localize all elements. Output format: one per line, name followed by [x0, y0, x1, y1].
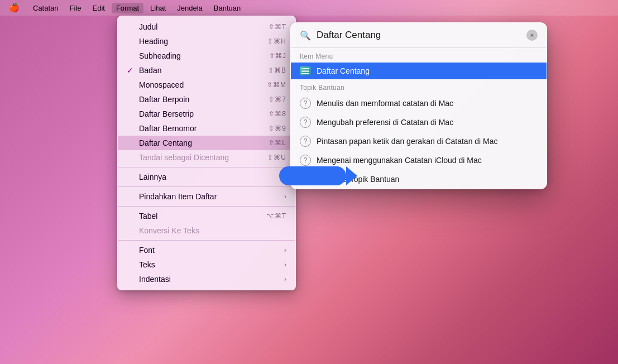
- menu-item-pindahkan-label: Pindahkan Item Daftar: [139, 192, 217, 201]
- arrow-pindahkan: ›: [284, 193, 286, 200]
- menu-item-lainnya-label: Lainnya: [139, 173, 166, 181]
- menu-item-font[interactable]: Font ›: [118, 243, 295, 257]
- shortcut-daftar-berpoin: ⇧⌘7: [269, 95, 286, 103]
- help-topic-text-4: Mengenai menggunakan Catatan iCloud di M…: [317, 156, 482, 165]
- menu-item-tabel[interactable]: Tabel ⌥⌘T: [118, 209, 295, 223]
- help-section-topics-label: Topik Bantuan: [291, 79, 547, 94]
- menu-item-daftar-bersetrip-label: Daftar Bersetrip: [139, 109, 194, 118]
- shortcut-monospaced: ⇧⌘M: [267, 81, 286, 89]
- menu-item-badan[interactable]: ✓ Badan ⇧⌘B: [118, 63, 295, 78]
- catatan-menu[interactable]: Catatan: [28, 3, 63, 13]
- menu-item-indentasi[interactable]: Indentasi ›: [118, 272, 295, 286]
- blue-arrow-shape: [279, 166, 346, 185]
- apple-menu[interactable]: 🍎: [4, 2, 24, 14]
- menu-item-daftar-bersetrip[interactable]: Daftar Bersetrip ⇧⌘8: [118, 107, 295, 121]
- menu-item-heading[interactable]: Heading ⇧⌘H: [118, 34, 295, 49]
- help-topic-icon-3: ?: [300, 136, 311, 147]
- arrow-teks: ›: [284, 261, 286, 269]
- menu-item-daftar-berpoin-label: Daftar Berpoin: [139, 95, 189, 104]
- bantuan-menu[interactable]: Bantuan: [209, 3, 245, 13]
- menu-item-badan-label: Badan: [139, 66, 161, 75]
- menu-item-daftar-bernomor-label: Daftar Bernomor: [139, 124, 197, 133]
- arrow-indentasi: ›: [284, 275, 286, 283]
- menu-item-judul-label: Judul: [139, 22, 157, 31]
- shortcut-tandai: ⇧⌘U: [267, 154, 286, 161]
- help-topic-icon-2: ?: [300, 117, 311, 128]
- help-menu-result-item[interactable]: Daftar Centang: [291, 63, 547, 79]
- edit-menu[interactable]: Edit: [88, 3, 109, 13]
- menu-item-lainnya[interactable]: Lainnya ›: [118, 170, 295, 184]
- lihat-menu[interactable]: Lihat: [146, 3, 170, 13]
- shortcut-heading: ⇧⌘H: [267, 37, 286, 45]
- menu-item-tabel-label: Tabel: [139, 212, 157, 221]
- menu-item-subheading[interactable]: Subheading ⇧⌘J: [118, 49, 295, 63]
- help-topic-1[interactable]: ? Menulis dan memformat catatan di Mac: [291, 94, 547, 113]
- menu-item-tandai[interactable]: Tandai sebagai Dicentang ⇧⌘U: [118, 150, 295, 165]
- help-panel: 🔍 Daftar Centang × Item Menu Daftar Cent…: [290, 22, 547, 189]
- jendela-menu[interactable]: Jendela: [173, 3, 207, 13]
- shortcut-tabel: ⌥⌘T: [266, 212, 286, 220]
- help-search-text: Daftar Centang: [317, 30, 521, 41]
- menu-item-daftar-centang[interactable]: Daftar Centang ⇧⌘L: [118, 136, 295, 150]
- help-menu-result-text: Daftar Centang: [317, 66, 370, 75]
- menu-item-konversi[interactable]: Konversi Ke Teks: [118, 223, 295, 238]
- help-topic-2[interactable]: ? Mengubah preferensi di Catatan di Mac: [291, 113, 547, 132]
- menu-item-subheading-label: Subheading: [139, 51, 181, 60]
- menu-item-daftar-centang-label: Daftar Centang: [139, 138, 192, 147]
- menu-item-heading-label: Heading: [139, 37, 168, 46]
- help-topic-icon-4: ?: [300, 155, 311, 166]
- format-dropdown: Judul ⇧⌘T Heading ⇧⌘H Subheading ⇧⌘J ✓ B…: [117, 16, 296, 290]
- menubar: 🍎 Catatan File Edit Format Lihat Jendela…: [0, 0, 618, 16]
- shortcut-daftar-bersetrip: ⇧⌘8: [269, 110, 286, 118]
- menu-item-font-label: Font: [139, 246, 155, 255]
- search-icon: 🔍: [300, 30, 311, 41]
- shortcut-subheading: ⇧⌘J: [269, 52, 286, 60]
- menu-item-monospaced-label: Monospaced: [139, 80, 184, 89]
- help-topic-text-2: Mengubah preferensi di Catatan di Mac: [317, 118, 453, 127]
- shortcut-daftar-bernomor: ⇧⌘9: [269, 124, 286, 132]
- help-topic-3[interactable]: ? Pintasan papan ketik dan gerakan di Ca…: [291, 132, 547, 151]
- help-topic-text-1: Menulis dan memformat catatan di Mac: [317, 99, 453, 108]
- menu-item-teks[interactable]: Teks ›: [118, 257, 295, 272]
- menu-item-judul[interactable]: Judul ⇧⌘T: [118, 20, 295, 34]
- menu-item-indentasi-label: Indentasi: [139, 275, 171, 284]
- menu-item-teks-label: Teks: [139, 260, 155, 269]
- separator-3: [118, 206, 295, 207]
- format-menu-trigger[interactable]: Format: [112, 3, 143, 13]
- menu-item-pindahkan[interactable]: Pindahkan Item Daftar ›: [118, 189, 295, 204]
- help-close-button[interactable]: ×: [526, 30, 538, 41]
- separator-1: [118, 167, 295, 167]
- help-topic-text-3: Pintasan papan ketik dan gerakan di Cata…: [317, 137, 498, 146]
- separator-2: [118, 186, 295, 187]
- file-menu[interactable]: File: [65, 3, 86, 13]
- help-section-menu-label: Item Menu: [291, 48, 547, 63]
- menu-item-monospaced[interactable]: Monospaced ⇧⌘M: [118, 78, 295, 92]
- svg-rect-1: [301, 70, 309, 71]
- menu-item-tandai-label: Tandai sebagai Dicentang: [139, 153, 229, 162]
- svg-rect-3: [302, 68, 303, 69]
- shortcut-daftar-centang: ⇧⌘L: [269, 139, 286, 147]
- menu-result-icon: [300, 66, 311, 75]
- blue-arrow-pointer: [279, 166, 346, 185]
- menu-item-daftar-berpoin[interactable]: Daftar Berpoin ⇧⌘7: [118, 92, 295, 107]
- help-search-bar: 🔍 Daftar Centang ×: [291, 23, 547, 48]
- checkmark-badan: ✓: [127, 66, 136, 75]
- menu-item-konversi-label: Konversi Ke Teks: [139, 226, 199, 235]
- shortcut-badan: ⇧⌘B: [268, 66, 286, 74]
- shortcut-judul: ⇧⌘T: [269, 23, 286, 31]
- separator-4: [118, 240, 295, 241]
- menu-item-daftar-bernomor[interactable]: Daftar Bernomor ⇧⌘9: [118, 121, 295, 136]
- svg-rect-2: [301, 73, 309, 74]
- arrow-font: ›: [284, 246, 286, 254]
- help-topic-icon-1: ?: [300, 98, 311, 109]
